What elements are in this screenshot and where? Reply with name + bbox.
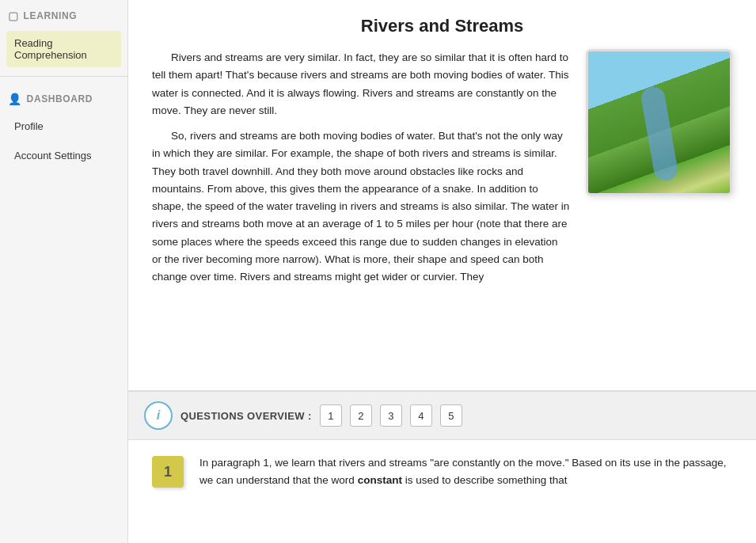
question-num-1-button[interactable]: 1 <box>320 404 342 427</box>
sidebar: ▢ LEARNING Reading Comprehension 👤 DASHB… <box>0 0 128 543</box>
question-num-5-button[interactable]: 5 <box>440 404 462 427</box>
learning-icon: ▢ <box>8 9 19 22</box>
questions-overview-label: QUESTIONS OVERVIEW : <box>180 410 312 422</box>
question-text-after-bold: is used to describe something that <box>402 474 568 486</box>
passage-paragraph-1: Rivers and streams are very similar. In … <box>152 49 570 120</box>
main-area: Rivers and Streams Rivers and streams ar… <box>128 0 756 543</box>
passage-paragraph-2: So, rivers and streams are both moving b… <box>152 127 570 286</box>
question-text: In paragraph 1, we learn that rivers and… <box>199 454 732 488</box>
sidebar-item-profile[interactable]: Profile <box>6 114 121 139</box>
passage-area[interactable]: Rivers and Streams Rivers and streams ar… <box>128 0 756 392</box>
question-num-2-button[interactable]: 2 <box>350 404 372 427</box>
info-circle-button[interactable]: i <box>144 401 173 430</box>
question-num-3-button[interactable]: 3 <box>380 404 402 427</box>
question-bold-word: constant <box>358 474 402 486</box>
sidebar-item-reading-comprehension[interactable]: Reading Comprehension <box>6 31 121 67</box>
passage-text: Rivers and streams are very similar. In … <box>152 49 570 294</box>
questions-bar: i QUESTIONS OVERVIEW : 1 2 3 4 5 <box>128 392 756 440</box>
passage-title: Rivers and Streams <box>152 16 732 36</box>
dashboard-header-label: DASHBOARD <box>27 93 93 104</box>
question-num-4-button[interactable]: 4 <box>410 404 432 427</box>
learning-header-label: LEARNING <box>24 10 77 21</box>
learning-section-header: ▢ LEARNING <box>0 0 127 28</box>
sidebar-divider-1 <box>0 76 127 77</box>
question-area[interactable]: 1 In paragraph 1, we learn that rivers a… <box>128 440 756 543</box>
passage-image <box>586 49 732 196</box>
dashboard-icon: 👤 <box>8 93 22 105</box>
dashboard-section-header: 👤 DASHBOARD <box>0 83 127 112</box>
question-badge: 1 <box>152 456 184 488</box>
sidebar-item-account-settings[interactable]: Account Settings <box>6 143 121 168</box>
passage-content: Rivers and streams are very similar. In … <box>152 49 732 294</box>
passage-image-container <box>586 49 732 294</box>
